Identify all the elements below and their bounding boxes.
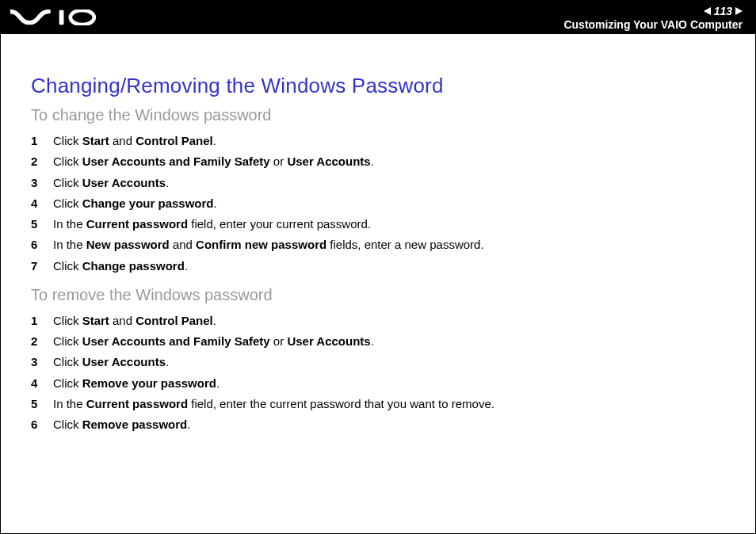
next-page-icon[interactable]: [735, 7, 743, 15]
section-heading: To remove the Windows password: [31, 286, 731, 304]
step-item: 1Click Start and Control Panel.: [31, 311, 731, 331]
step-item: 1Click Start and Control Panel.: [31, 131, 731, 151]
header-right: 113 Customizing Your VAIO Computer: [563, 5, 743, 31]
step-number: 2: [31, 151, 53, 172]
step-number: 4: [31, 373, 53, 394]
step-number: 6: [31, 414, 53, 435]
steps-list: 1Click Start and Control Panel.2Click Us…: [31, 311, 731, 436]
step-text: Click Change password.: [53, 256, 188, 277]
header-bar: 113 Customizing Your VAIO Computer: [1, 1, 755, 34]
step-text: In the Current password field, enter the…: [53, 394, 494, 414]
step-number: 5: [31, 214, 53, 235]
step-number: 6: [31, 235, 53, 255]
steps-list: 1Click Start and Control Panel.2Click Us…: [31, 131, 731, 277]
step-number: 4: [31, 193, 53, 214]
step-item: 2Click User Accounts and Family Safety o…: [31, 331, 731, 352]
step-item: 4Click Change your password.: [31, 193, 731, 214]
step-item: 6Click Remove password.: [31, 414, 731, 435]
step-text: Click User Accounts.: [53, 173, 169, 193]
prev-page-icon[interactable]: [704, 7, 711, 15]
step-text: Click User Accounts and Family Safety or…: [53, 331, 374, 352]
step-number: 3: [31, 173, 53, 193]
step-text: Click Start and Control Panel.: [53, 131, 216, 151]
step-item: 7Click Change password.: [31, 256, 731, 277]
step-number: 5: [31, 394, 53, 414]
step-number: 2: [31, 331, 53, 352]
svg-point-1: [71, 10, 94, 25]
step-item: 3Click User Accounts.: [31, 173, 731, 193]
page-title: Changing/Removing the Windows Password: [31, 74, 731, 98]
step-number: 1: [31, 311, 53, 331]
step-text: Click Remove your password.: [53, 373, 220, 394]
step-item: 2Click User Accounts and Family Safety o…: [31, 151, 731, 172]
vaio-logo-icon: [10, 10, 96, 25]
step-text: In the Current password field, enter you…: [53, 214, 371, 235]
step-text: Click User Accounts and Family Safety or…: [53, 151, 374, 172]
page-container: 113 Customizing Your VAIO Computer Chang…: [0, 0, 756, 534]
page-number: 113: [714, 5, 732, 17]
svg-rect-0: [59, 10, 64, 25]
section-heading: To change the Windows password: [31, 106, 731, 124]
step-text: Click Start and Control Panel.: [53, 311, 216, 331]
step-item: 5In the Current password field, enter yo…: [31, 214, 731, 235]
step-number: 3: [31, 352, 53, 372]
page-navigation: 113: [563, 5, 743, 17]
step-item: 5In the Current password field, enter th…: [31, 394, 731, 414]
step-text: Click Change your password.: [53, 193, 217, 214]
step-item: 4Click Remove your password.: [31, 373, 731, 394]
step-text: Click Remove password.: [53, 414, 190, 435]
section-title: Customizing Your VAIO Computer: [563, 18, 743, 31]
content-area: Changing/Removing the Windows Password T…: [1, 34, 755, 460]
step-text: Click User Accounts.: [53, 352, 169, 372]
step-item: 6In the New password and Confirm new pas…: [31, 235, 731, 255]
step-number: 1: [31, 131, 53, 151]
step-item: 3Click User Accounts.: [31, 352, 731, 372]
step-text: In the New password and Confirm new pass…: [53, 235, 484, 255]
step-number: 7: [31, 256, 53, 277]
